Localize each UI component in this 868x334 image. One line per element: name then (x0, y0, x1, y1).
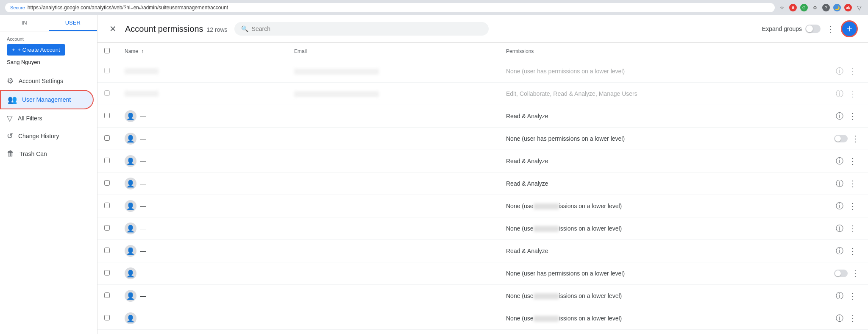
sidebar-item-trash-can[interactable]: 🗑 Trash Can (0, 145, 94, 162)
row-name-cell (118, 83, 287, 105)
row-checkbox-cell (97, 60, 118, 83)
expand-groups-toggle[interactable] (805, 25, 821, 33)
url-bar[interactable]: Secure https://analytics.google.com/anal… (5, 3, 775, 12)
row-checkbox[interactable] (104, 113, 110, 118)
info-button[interactable]: ⓘ (834, 154, 845, 168)
overflow-menu-button[interactable]: ⋮ (824, 21, 837, 36)
extension-icon-1[interactable]: A (789, 4, 797, 11)
info-button[interactable]: ⓘ (834, 109, 845, 123)
permission-toggle[interactable] (834, 270, 848, 277)
row-checkbox[interactable] (104, 315, 110, 320)
extension-icon-5[interactable]: ab (844, 4, 852, 11)
info-button[interactable]: ⓘ (834, 222, 845, 235)
row-checkbox[interactable] (104, 225, 110, 231)
row-actions-cell: ⓘ⋮ (827, 60, 868, 83)
search-icon: 🔍 (241, 25, 248, 32)
settings-icon[interactable]: ⚙ (811, 4, 819, 11)
row-kebab-menu-button[interactable]: ⋮ (849, 267, 861, 280)
tab-user[interactable]: USER (49, 15, 97, 31)
add-user-button[interactable]: + (841, 20, 858, 37)
permission-toggle[interactable] (834, 135, 848, 142)
avatar: 👤 (125, 133, 136, 145)
tab-in[interactable]: IN (0, 15, 49, 31)
extension-icon-2[interactable]: G (800, 4, 808, 11)
info-button[interactable]: ⓘ (834, 199, 845, 213)
row-kebab-menu-button[interactable]: ⋮ (847, 199, 859, 213)
info-button[interactable]: ⓘ (834, 244, 845, 258)
row-checkbox[interactable] (104, 292, 110, 298)
search-input[interactable] (252, 25, 482, 32)
star-icon[interactable]: ☆ (778, 4, 786, 11)
row-kebab-menu-button[interactable]: ⋮ (847, 289, 859, 303)
row-checkbox[interactable] (104, 203, 110, 208)
permission-text: None (user has permissions on a lower le… (506, 68, 625, 75)
table-row: 👤—None (useissions on a lower level)ⓘ⋮ (97, 285, 868, 307)
row-checkbox[interactable] (104, 158, 110, 163)
permission-text: None (user has permissions on a lower le… (506, 270, 625, 277)
select-all-checkbox[interactable] (104, 48, 110, 53)
col-header-name[interactable]: Name ↑ (118, 43, 287, 60)
row-email-cell (287, 195, 499, 217)
row-checkbox-cell (97, 128, 118, 150)
row-email-cell (287, 217, 499, 240)
table-row: None (user has permissions on a lower le… (97, 60, 868, 83)
row-checkbox[interactable] (104, 68, 110, 73)
row-kebab-menu-button[interactable]: ⋮ (847, 64, 859, 78)
row-email-cell (287, 150, 499, 173)
sidebar-tabs: IN USER (0, 15, 97, 31)
close-button[interactable]: ✕ (108, 23, 118, 35)
sidebar-item-change-history[interactable]: ↺ Change History (0, 127, 94, 145)
row-kebab-menu-button[interactable]: ⋮ (847, 177, 859, 190)
sidebar-item-label: Trash Can (19, 150, 47, 157)
col-header-email: Email (287, 43, 499, 60)
row-kebab-menu-button[interactable]: ⋮ (847, 87, 859, 100)
row-kebab-menu-button[interactable]: ⋮ (847, 312, 859, 325)
row-permissions-cell: Edit, Collaborate, Read & Analyze, Manag… (499, 83, 827, 105)
create-account-button[interactable]: + + Create Account (7, 44, 65, 56)
row-kebab-menu-button[interactable]: ⋮ (847, 109, 859, 123)
row-checkbox[interactable] (104, 135, 110, 141)
sidebar-item-user-management[interactable]: 👥 User Management (0, 90, 94, 109)
avatar: 👤 (125, 245, 136, 257)
row-kebab-menu-button[interactable]: ⋮ (849, 132, 861, 145)
sidebar-account-section: Account + + Create Account Sang Nguyen (0, 31, 97, 69)
row-actions-cell: ⓘ⋮ (827, 307, 868, 330)
info-button[interactable]: ⓘ (834, 312, 845, 325)
table-container: Name ↑ Email Permissions None (user has … (97, 43, 868, 334)
row-permissions-cell: Read & Analyze (499, 240, 827, 262)
info-button[interactable]: ⓘ (834, 177, 845, 190)
row-checkbox-cell (97, 83, 118, 105)
sidebar-item-all-filters[interactable]: ▽ All Filters (0, 109, 94, 127)
blurred-email (294, 69, 379, 75)
blurred-permission-part (534, 293, 559, 299)
row-name-dash: — (140, 292, 146, 299)
row-checkbox[interactable] (104, 248, 110, 253)
extension-icon-4[interactable]: 🌙 (833, 4, 841, 11)
col-header-permissions: Permissions (499, 43, 827, 60)
row-checkbox[interactable] (104, 180, 110, 186)
avatar: 👤 (125, 312, 136, 324)
info-button[interactable]: ⓘ (834, 289, 845, 303)
header-actions: Expand groups ⋮ + (762, 20, 858, 37)
row-kebab-menu-button[interactable]: ⋮ (847, 244, 859, 258)
extension-icon-6[interactable]: ▽ (855, 4, 863, 11)
row-checkbox[interactable] (104, 270, 110, 276)
row-name-dash: — (140, 225, 146, 232)
row-name-cell: 👤— (118, 128, 287, 150)
sidebar-item-account-settings[interactable]: ⚙ Account Settings (0, 72, 94, 90)
toggle-knob (806, 25, 813, 32)
table-row: 👤—None (user has permissions on a lower … (97, 128, 868, 150)
row-permissions-cell: None (useissions on a lower level) (499, 307, 827, 330)
row-actions-cell: ⓘ⋮ (827, 173, 868, 195)
avatar: 👤 (125, 290, 136, 302)
row-kebab-menu-button[interactable]: ⋮ (847, 154, 859, 168)
account-label: Account (7, 36, 90, 42)
info-button[interactable]: ⓘ (834, 87, 845, 100)
toggle-knob-small (835, 136, 841, 142)
search-bar-container[interactable]: 🔍 (234, 22, 489, 36)
row-checkbox[interactable] (104, 90, 110, 96)
url-text: https://analytics.google.com/analytics/w… (28, 5, 228, 11)
info-button[interactable]: ⓘ (834, 64, 845, 78)
extension-icon-3[interactable]: ? (822, 4, 830, 11)
row-kebab-menu-button[interactable]: ⋮ (847, 222, 859, 235)
